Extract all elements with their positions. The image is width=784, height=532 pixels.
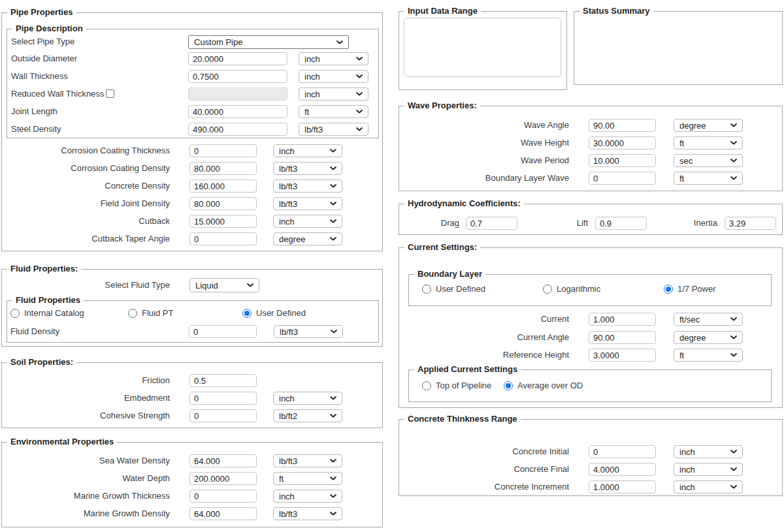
embedment-label: Embedment: [2, 392, 170, 405]
chevron-down-icon: [730, 317, 737, 321]
reference-height-input[interactable]: [589, 349, 656, 362]
sea-water-density-input[interactable]: [189, 454, 257, 467]
concrete-initial-input[interactable]: [589, 445, 656, 458]
fluid-density-label: Fluid Density: [10, 325, 59, 338]
select-fluid-type-select[interactable]: Liquid: [189, 278, 259, 292]
select-fluid-type-label: Select Fluid Type: [2, 278, 170, 291]
marine-growth-thickness-input[interactable]: [189, 490, 257, 503]
joint-length-unit-select[interactable]: ft: [299, 105, 368, 118]
concrete-final-input[interactable]: [589, 463, 656, 476]
chevron-down-icon: [730, 353, 737, 357]
steel-density-input[interactable]: [188, 123, 287, 136]
marine-growth-density-unit-select[interactable]: lb/ft3: [273, 507, 342, 520]
sea-water-density-unit-select[interactable]: lb/ft3: [273, 454, 342, 467]
corrosion-coating-density-input[interactable]: [189, 162, 257, 175]
chevron-down-icon: [330, 237, 336, 241]
fluid-density-input[interactable]: [189, 325, 257, 338]
radio-average-over-od[interactable]: Average over OD: [504, 381, 583, 391]
chevron-down-icon: [730, 141, 737, 145]
corrosion-coating-thickness-input[interactable]: [189, 144, 257, 157]
radio-top-of-pipeline[interactable]: Top of Pipeline: [422, 381, 491, 391]
concrete-density-unit-select[interactable]: lb/ft3: [273, 180, 342, 193]
wave-period-input[interactable]: [589, 154, 656, 167]
outside-diameter-unit-select[interactable]: inch: [299, 52, 368, 65]
water-depth-input[interactable]: [189, 472, 257, 485]
field-joint-density-unit-select[interactable]: lb/ft3: [273, 197, 342, 210]
marine-growth-thickness-unit-select[interactable]: inch: [273, 490, 342, 503]
cutback-input[interactable]: [189, 215, 257, 228]
wave-period-unit-select[interactable]: sec: [674, 154, 743, 167]
radio-logarithmic[interactable]: Logarithmic: [543, 284, 600, 294]
unit-value: sec: [679, 156, 693, 166]
radio-one-seventh-power[interactable]: 1/7 Power: [664, 284, 716, 294]
fluid-density-unit-select[interactable]: lb/ft3: [274, 325, 343, 338]
chevron-down-icon: [330, 512, 336, 516]
unit-value: inch: [279, 217, 295, 227]
input-data-range-group: Input Data Range: [399, 11, 567, 90]
corrosion-coating-thickness-unit-select[interactable]: inch: [273, 144, 342, 157]
radio-icon: [10, 309, 20, 318]
unit-value: lb/ft3: [279, 164, 297, 174]
cohesive-strength-unit-select[interactable]: lb/ft2: [273, 409, 342, 422]
hydrodynamic-coefficients-legend: Hydrodynamic Coefficients:: [404, 198, 524, 209]
current-unit-select[interactable]: ft/sec: [674, 313, 743, 326]
reduced-wall-thickness-checkbox[interactable]: [106, 89, 114, 98]
concrete-increment-unit-select[interactable]: inch: [674, 480, 743, 493]
fluid-properties-group: Fluid Properties: Select Fluid Type Liqu…: [1, 269, 383, 347]
concrete-density-input[interactable]: [189, 180, 257, 193]
inertia-input[interactable]: [725, 217, 776, 230]
embedment-unit-select[interactable]: inch: [273, 392, 342, 405]
current-angle-input[interactable]: [589, 331, 656, 344]
radio-internal-catalog[interactable]: Internal Catalog: [10, 308, 84, 319]
wave-angle-input[interactable]: [589, 119, 656, 132]
fluid-properties-inner-group: Fluid Properties Internal Catalog Fluid …: [7, 300, 379, 343]
reduced-wall-thickness-unit-select[interactable]: inch: [299, 87, 368, 101]
chevron-down-icon: [336, 40, 343, 44]
marine-growth-density-label: Marine Growth Density: [2, 507, 170, 520]
wave-height-input[interactable]: [589, 136, 656, 149]
boundary-layer-wave-input[interactable]: [589, 172, 656, 185]
radio-user-defined-bl[interactable]: User Defined: [422, 284, 485, 294]
boundary-layer-wave-unit-select[interactable]: ft: [674, 172, 743, 185]
cutback-unit-select[interactable]: inch: [273, 215, 342, 228]
concrete-final-unit-select[interactable]: inch: [674, 463, 743, 476]
field-joint-density-input[interactable]: [189, 197, 257, 210]
current-label: Current: [399, 313, 569, 326]
steel-density-label: Steel Density: [11, 123, 61, 136]
cutback-taper-angle-unit-select[interactable]: degree: [273, 232, 342, 245]
wave-height-unit-select[interactable]: ft: [674, 136, 743, 149]
corrosion-coating-density-unit-select[interactable]: lb/ft3: [273, 162, 342, 175]
outside-diameter-label: Outside Diameter: [11, 52, 77, 65]
outside-diameter-input[interactable]: [188, 52, 287, 65]
input-data-range-textarea[interactable]: [404, 18, 561, 77]
chevron-down-icon: [330, 149, 336, 153]
unit-value: ft: [679, 174, 684, 183]
unit-value: ft: [279, 474, 284, 484]
reference-height-unit-select[interactable]: ft: [674, 349, 743, 362]
radio-fluid-pt[interactable]: Fluid PT: [128, 308, 173, 319]
corrosion-coating-density-label: Corrosion Coating Density: [2, 162, 170, 175]
wave-angle-unit-select[interactable]: degree: [674, 119, 743, 132]
joint-length-input[interactable]: [188, 105, 287, 118]
chevron-down-icon: [730, 450, 737, 454]
current-input[interactable]: [589, 313, 656, 326]
cohesive-strength-input[interactable]: [189, 409, 257, 422]
current-angle-label: Current Angle: [399, 331, 569, 344]
cutback-taper-angle-input[interactable]: [189, 232, 257, 245]
chevron-down-icon: [331, 330, 337, 334]
select-pipe-type-select[interactable]: Custom Pipe: [188, 35, 349, 49]
wall-thickness-label: Wall Thickness: [11, 70, 68, 83]
concrete-initial-unit-select[interactable]: inch: [674, 445, 743, 458]
boundary-layer-wave-label: Boundary Layer Wave: [399, 172, 569, 185]
marine-growth-density-input[interactable]: [189, 507, 257, 520]
current-angle-unit-select[interactable]: degree: [674, 331, 743, 344]
friction-input[interactable]: [189, 374, 257, 387]
concrete-increment-input[interactable]: [589, 480, 656, 493]
water-depth-unit-select[interactable]: ft: [273, 472, 342, 485]
steel-density-unit-select[interactable]: lb/ft3: [299, 123, 368, 136]
radio-user-defined[interactable]: User Defined: [242, 308, 306, 319]
embedment-input[interactable]: [189, 392, 257, 405]
wall-thickness-input[interactable]: [188, 70, 287, 83]
radio-icon: [128, 309, 137, 318]
wall-thickness-unit-select[interactable]: inch: [299, 70, 368, 83]
